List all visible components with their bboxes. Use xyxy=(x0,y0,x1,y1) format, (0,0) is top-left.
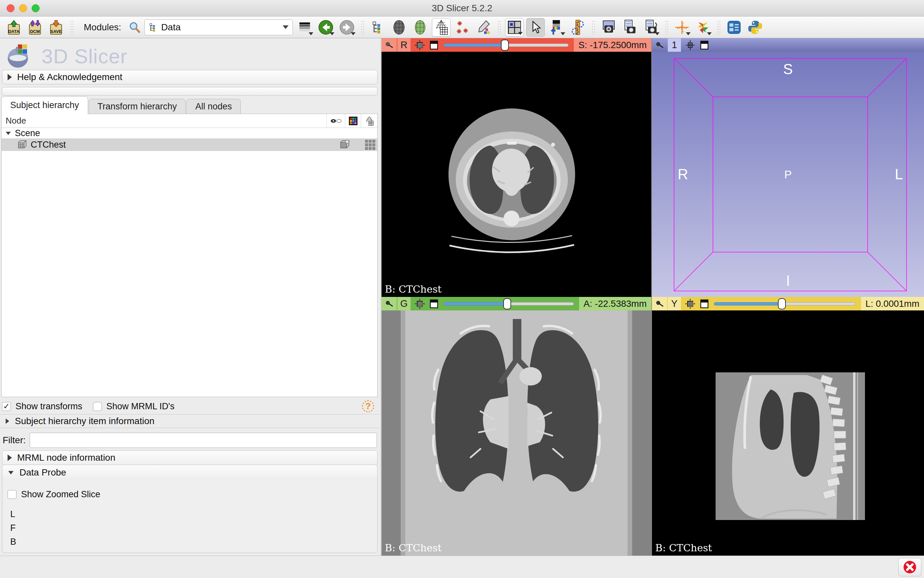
window-level-button[interactable] xyxy=(547,18,566,37)
help-icon[interactable]: ? xyxy=(362,400,374,412)
scene-view-restore-button[interactable] xyxy=(642,18,660,37)
yellow-slice-link-button[interactable] xyxy=(685,299,695,309)
checkmark: ✓ xyxy=(3,402,10,411)
layout-selector-button[interactable] xyxy=(505,18,524,37)
slider-handle[interactable] xyxy=(503,298,511,309)
threed-center-button[interactable] xyxy=(685,40,695,50)
pushpin-icon xyxy=(655,300,664,308)
show-mrml-ids-checkbox[interactable] xyxy=(93,402,102,411)
red-slice-link-button[interactable] xyxy=(415,40,425,50)
yellow-slice-menu-button[interactable] xyxy=(700,299,709,309)
help-acknowledgement-section[interactable]: Help & Acknowledgement xyxy=(2,70,377,84)
volume-rendering-icon[interactable] xyxy=(339,139,351,150)
center-view-icon xyxy=(685,40,695,50)
module-search-button[interactable] xyxy=(127,18,142,37)
transform-column-header[interactable] xyxy=(361,114,377,128)
save-button[interactable]: SAVE xyxy=(47,18,65,37)
pushpin-icon xyxy=(385,300,394,308)
crosshair-button[interactable] xyxy=(673,18,691,37)
tab-transform-hierarchy[interactable]: Transform hierarchy xyxy=(89,99,186,114)
favorite-module-data-button[interactable] xyxy=(369,18,387,37)
green-slice-link-button[interactable] xyxy=(415,299,425,309)
green-slice-viewport[interactable]: B: CTChest xyxy=(382,310,651,555)
slider-handle[interactable] xyxy=(778,298,786,309)
mrml-node-information-label: MRML node information xyxy=(17,453,116,463)
tree-row-ctchest[interactable]: CTChest xyxy=(2,138,377,151)
filter-input[interactable] xyxy=(30,433,377,448)
favorite-module-annotations-button[interactable] xyxy=(474,18,493,37)
filter-row: Filter: xyxy=(3,432,377,448)
threed-viewport[interactable]: S I R L P xyxy=(652,52,924,297)
toolbar-separator xyxy=(497,20,501,35)
red-slice-controller-bar: R S: -175.2500mm xyxy=(382,38,651,52)
dicom-button[interactable]: DCM xyxy=(26,18,44,37)
forward-dropdown-arrow xyxy=(351,32,355,35)
tab-subject-hierarchy[interactable]: Subject hierarchy xyxy=(1,96,88,114)
favorite-module-segmentations-button[interactable] xyxy=(411,18,429,37)
threed-menu-button[interactable] xyxy=(700,40,709,50)
toolbar-separator xyxy=(70,20,73,35)
show-zoomed-slice-label: Show Zoomed Slice xyxy=(21,489,100,500)
mrml-node-information-section[interactable]: MRML node information xyxy=(2,450,377,465)
layout-dropdown-arrow xyxy=(518,32,523,35)
module-forward-button[interactable] xyxy=(338,18,356,37)
screenshot-camera-icon xyxy=(601,19,617,35)
yellow-slice-controller-bar: Y L: 0.0001mm xyxy=(652,297,924,310)
python-console-button[interactable] xyxy=(746,18,765,37)
yellow-slice-offset-slider[interactable] xyxy=(714,297,856,310)
red-slice-menu-button[interactable] xyxy=(429,40,439,50)
threed-pin-button[interactable] xyxy=(652,38,667,52)
crosshair-ruler-button[interactable] xyxy=(569,18,587,37)
green-pin-button[interactable] xyxy=(382,297,397,310)
slice-intersections-button[interactable] xyxy=(694,18,712,37)
module-back-button[interactable] xyxy=(317,18,335,37)
yellow-slice-viewport[interactable]: B: CTChest xyxy=(652,310,924,555)
expand-arrow-icon xyxy=(8,455,12,461)
scene-view-camera-icon xyxy=(622,19,638,35)
red-slice-viewport[interactable]: B: CTChest xyxy=(382,52,651,297)
yellow-view-label: Y xyxy=(668,297,681,310)
tab-all-nodes[interactable]: All nodes xyxy=(186,99,241,114)
favorite-module-models-button[interactable] xyxy=(390,18,408,37)
tab-label: All nodes xyxy=(195,102,232,112)
pushpin-icon xyxy=(385,41,394,49)
screenshot-button[interactable] xyxy=(600,18,618,37)
item-information-section[interactable]: Subject hierarchy item information xyxy=(0,414,379,428)
module-history-button[interactable] xyxy=(296,18,314,37)
color-column-header[interactable] xyxy=(345,114,361,128)
tab-label: Subject hierarchy xyxy=(10,100,79,110)
visibility-column-header[interactable] xyxy=(327,114,345,128)
red-pin-button[interactable] xyxy=(382,38,397,52)
red-slice-offset-slider[interactable] xyxy=(444,38,569,52)
mouse-interaction-mode-button[interactable] xyxy=(526,18,545,37)
volume-node-icon xyxy=(17,140,27,149)
menu-window-icon xyxy=(700,40,709,50)
favorite-module-transforms-button[interactable] xyxy=(432,18,451,37)
error-log-button[interactable] xyxy=(898,558,921,576)
modules-label: Modules: xyxy=(84,22,121,32)
green-slice-offset-slider[interactable] xyxy=(444,297,574,310)
menu-window-icon xyxy=(429,40,439,50)
data-probe-header[interactable]: Data Probe xyxy=(2,465,377,480)
history-icon xyxy=(298,22,311,33)
module-panel-spacer xyxy=(2,87,377,96)
extensions-manager-button[interactable] xyxy=(725,18,743,37)
back-dropdown-arrow xyxy=(330,32,334,35)
show-transforms-checkbox[interactable]: ✓ xyxy=(2,402,11,411)
tree-row-scene[interactable]: Scene xyxy=(2,128,377,138)
slider-fill xyxy=(714,302,782,305)
tree-options-row: ✓ Show transforms Show MRML ID's ? xyxy=(2,400,377,413)
background-volume-label: B: CTChest xyxy=(655,542,712,554)
slider-handle[interactable] xyxy=(501,39,509,51)
green-slice-menu-button[interactable] xyxy=(429,299,439,309)
show-zoomed-slice-checkbox[interactable] xyxy=(8,490,16,499)
segmentations-icon xyxy=(413,19,427,35)
module-selector-combobox[interactable]: Data xyxy=(145,19,293,35)
favorite-module-markups-button[interactable] xyxy=(453,18,472,37)
scene-view-capture-button[interactable] xyxy=(621,18,639,37)
yellow-pin-button[interactable] xyxy=(652,297,667,310)
load-data-button[interactable]: DATA xyxy=(5,18,23,37)
color-table-icon[interactable] xyxy=(365,140,375,150)
combobox-dropdown-arrow xyxy=(283,25,288,29)
hierarchy-tabs: Subject hierarchy Transform hierarchy Al… xyxy=(1,96,241,114)
